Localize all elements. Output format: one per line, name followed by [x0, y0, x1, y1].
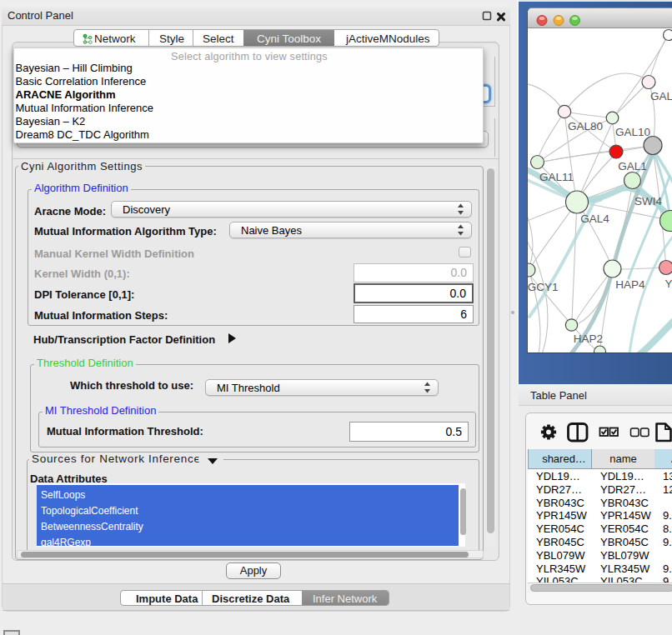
svg-text:SWI4: SWI4 — [634, 195, 662, 208]
svg-text:HAP4: HAP4 — [615, 278, 645, 291]
svg-text:GCY1: GCY1 — [528, 281, 558, 293]
svg-text:GAL1: GAL1 — [618, 160, 647, 172]
svg-text:GAL4: GAL4 — [580, 212, 609, 225]
svg-text:GAL7: GAL7 — [650, 90, 672, 102]
svg-text:GAL11: GAL11 — [539, 171, 574, 183]
svg-text:HAP2: HAP2 — [574, 332, 603, 345]
svg-text:GAL10: GAL10 — [615, 126, 650, 138]
svg-text:YJ: YJ — [665, 278, 672, 290]
svg-text:GAL80: GAL80 — [568, 120, 603, 132]
